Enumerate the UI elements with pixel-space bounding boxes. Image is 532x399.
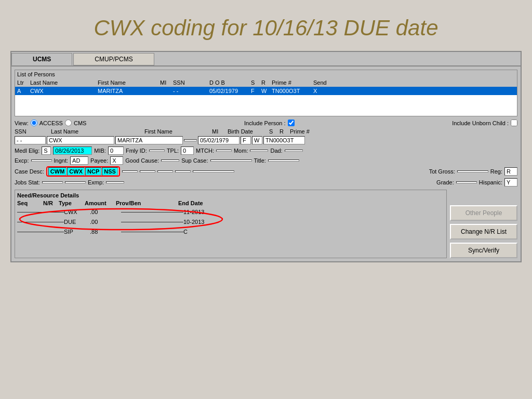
jobs-stat-row: Jobs Stat: Exmp: Grade: Hispanic: Y: [15, 178, 517, 187]
tag-cwx: CWX: [67, 167, 85, 176]
persons-table-header: Ltr Last Name First Name MI SSN D O B S …: [15, 78, 517, 87]
person-dob: 05/02/1979: [198, 136, 240, 144]
cms-label: CMS: [74, 120, 86, 126]
excp-row: Excp: Ingnt: AD Payee: X Good Cause: Sup…: [15, 156, 517, 165]
tab-bar: UCMS CMUP/PCMS: [11, 52, 521, 66]
include-person-label: Include Person :: [244, 120, 286, 126]
fmly-id-label: Fmly ID:: [126, 148, 147, 154]
good-cause-label: Good Cause:: [125, 157, 159, 164]
tpl-val: 0: [181, 147, 194, 155]
fmly-id-val: [149, 150, 165, 152]
sync-verify-button[interactable]: Sync/Verify: [450, 243, 517, 258]
hispanic-val: Y: [504, 178, 517, 187]
tag-nss: NSS: [102, 167, 118, 176]
list-of-persons-label: List of Persons: [15, 70, 517, 78]
jobs-stat-val: [42, 181, 63, 183]
jobs-stat-val2: [65, 181, 86, 183]
good-cause-val: [161, 159, 179, 162]
access-label: ACCESS: [39, 120, 63, 126]
sup-case-label: Sup Case:: [181, 157, 208, 164]
nr-row-0: CWX .00 11-2013: [17, 208, 444, 216]
exmp-label: Exmp:: [88, 179, 104, 185]
ingnt-val: AD: [70, 156, 88, 165]
list-of-persons-section: List of Persons Ltr Last Name First Name…: [15, 70, 517, 116]
person-detail-row: - - CWX MARITZA 05/02/1979 F W TN000O3T: [15, 136, 517, 144]
view-section: View: ACCESS CMS Include Person : Includ…: [15, 119, 517, 126]
need-resource-section: Need/Resource Details Seq N/R Type Amoun…: [15, 190, 447, 258]
mom-label: Mom:: [234, 148, 248, 154]
include-unborn-checkbox[interactable]: [511, 119, 517, 126]
title-label: Title:: [254, 157, 266, 164]
medl-elig-s: S: [42, 147, 51, 155]
jobs-stat-label: Jobs Stat:: [15, 179, 40, 185]
tot-gross-label: Tot Gross:: [429, 168, 455, 175]
other-people-button[interactable]: Other People: [450, 205, 517, 221]
medl-row: Medl Elig: S 08/26/2013 MIB: 0 Fmly ID: …: [15, 147, 517, 155]
need-resource-label: Need/Resource Details: [17, 192, 444, 198]
buttons-column: Other People Change N/R List Sync/Verify: [450, 190, 517, 258]
tag-cwm: CWM: [48, 167, 67, 176]
reg-label: Reg:: [490, 168, 502, 175]
grade-label: Grade:: [436, 179, 454, 185]
mom-val: [250, 150, 268, 152]
mtch-label: MTCH:: [196, 148, 214, 154]
person-detail-header: SSN Last Name First Name MI Birth Date S…: [15, 128, 517, 135]
slide-title: CWX coding for 10/16/13 DUE date: [0, 0, 532, 51]
mib-val: 0: [108, 147, 124, 155]
mtch-val: [216, 150, 232, 152]
tab-cmup[interactable]: CMUP/PCMS: [73, 53, 154, 65]
title-val: [268, 159, 299, 162]
main-panel: UCMS CMUP/PCMS List of Persons Ltr Last …: [10, 51, 522, 262]
excp-label: Excp:: [15, 157, 29, 164]
reg-val: R: [504, 167, 517, 176]
case-desc-label: Case Desc:: [15, 168, 44, 175]
payee-val: X: [110, 156, 123, 165]
include-unborn-label: Include Unborn Child :: [452, 120, 509, 126]
include-person-checkbox[interactable]: [288, 119, 295, 126]
excp-val: [31, 159, 52, 162]
person-firstname: MARITZA: [115, 136, 183, 144]
exmp-val: [106, 181, 124, 183]
tot-gross-val: [457, 170, 488, 172]
view-label: View:: [15, 120, 29, 126]
nr-row-2: SIP .88 C: [17, 228, 444, 236]
tpl-label: TPL:: [167, 148, 179, 154]
tag-ncp: NCP: [85, 167, 101, 176]
medl-elig-date: 08/26/2013: [53, 147, 92, 155]
bottom-section: Need/Resource Details Seq N/R Type Amoun…: [15, 190, 517, 258]
hispanic-label: Hispanic:: [479, 179, 502, 185]
dad-val: [285, 150, 303, 152]
person-ssn: - -: [15, 136, 46, 144]
case-desc-row: Case Desc: CWM CWX NCP NSS Tot Gross: Re…: [15, 166, 517, 177]
ingnt-label: Ingnt:: [54, 157, 69, 164]
mib-label: MIB:: [94, 148, 106, 154]
cms-radio[interactable]: [65, 119, 72, 126]
person-mi: [184, 139, 197, 141]
person-prime: TN000O3T: [263, 136, 305, 144]
person-lastname: CWX: [47, 136, 114, 144]
person-s: F: [241, 136, 251, 144]
change-nr-list-button[interactable]: Change N/R List: [450, 224, 517, 240]
medl-elig-label: Medl Elig:: [15, 148, 39, 154]
person-r: W: [252, 136, 262, 144]
payee-label: Payee:: [90, 157, 108, 164]
grade-val: [456, 181, 477, 183]
tab-ucms[interactable]: UCMS: [11, 53, 72, 65]
nr-row-1: DUE .00 10-2013: [17, 218, 444, 226]
dad-label: Dad:: [270, 148, 282, 154]
sup-case-val: [210, 159, 252, 162]
persons-table-row[interactable]: A CWX MARITZA - - 05/02/1979 F W TN000O3…: [15, 87, 517, 95]
access-radio[interactable]: [31, 119, 37, 126]
